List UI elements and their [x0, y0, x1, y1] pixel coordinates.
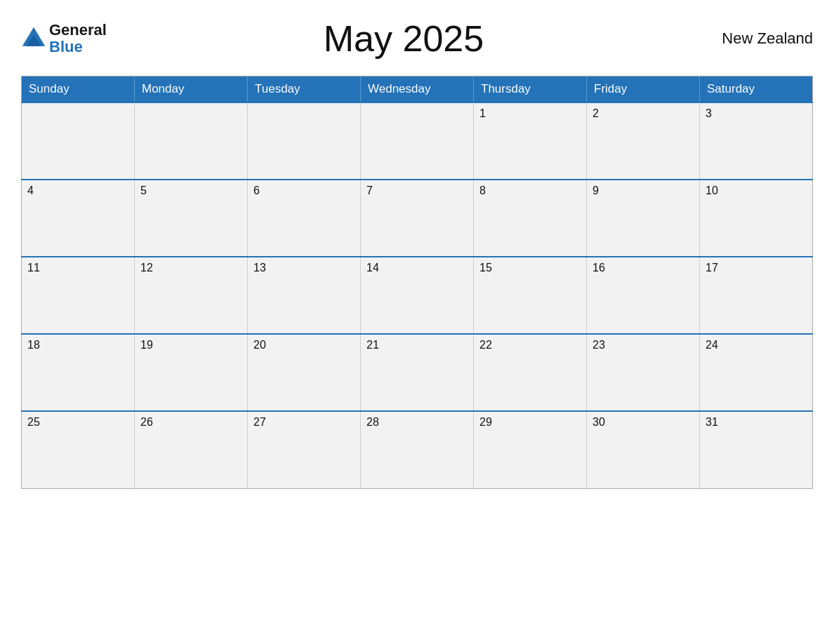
- day-number: 9: [593, 185, 694, 197]
- day-number: 10: [706, 185, 807, 197]
- day-number: 12: [140, 262, 241, 274]
- calendar-cell: 22: [474, 334, 587, 411]
- calendar-cell: 10: [700, 180, 813, 257]
- day-number: 23: [593, 339, 694, 351]
- day-header-thursday: Thursday: [474, 76, 587, 103]
- calendar-cell: 18: [22, 334, 135, 411]
- calendar-cell: [135, 102, 248, 180]
- calendar-cell: 15: [474, 257, 587, 334]
- calendar-week-row: 123: [22, 102, 813, 180]
- calendar-cell: 4: [22, 180, 135, 257]
- day-header-friday: Friday: [587, 76, 700, 103]
- day-number: 19: [140, 339, 241, 351]
- day-number: 3: [706, 107, 807, 120]
- calendar-cell: 7: [361, 180, 474, 257]
- calendar-cell: 14: [361, 257, 474, 334]
- logo: General Blue: [21, 22, 107, 55]
- calendar-cell: 6: [248, 180, 361, 257]
- day-header-wednesday: Wednesday: [361, 76, 474, 103]
- calendar-cell: 3: [700, 102, 813, 180]
- day-number: 1: [479, 107, 581, 120]
- day-number: 13: [253, 262, 355, 274]
- calendar-cell: 24: [700, 334, 813, 411]
- country-label: New Zealand: [701, 29, 813, 48]
- calendar-week-row: 25262728293031: [22, 411, 813, 488]
- calendar-cell: 30: [587, 411, 700, 488]
- calendar-cell: [361, 102, 474, 180]
- month-title: May 2025: [107, 18, 701, 60]
- day-number: 17: [706, 262, 807, 274]
- day-number: 5: [140, 185, 241, 197]
- calendar-cell: 20: [248, 334, 361, 411]
- calendar-cell: 23: [587, 334, 700, 411]
- day-number: 15: [479, 262, 581, 274]
- calendar-cell: 1: [474, 102, 587, 180]
- calendar-cell: 12: [135, 257, 248, 334]
- calendar-week-row: 11121314151617: [22, 257, 813, 334]
- day-number: 18: [27, 339, 128, 351]
- day-number: 20: [253, 339, 355, 351]
- calendar-body: 1234567891011121314151617181920212223242…: [22, 102, 813, 488]
- calendar-cell: 21: [361, 334, 474, 411]
- logo-blue-text: Blue: [49, 39, 107, 55]
- day-header-monday: Monday: [135, 76, 248, 103]
- day-number: 21: [366, 339, 468, 351]
- day-number: 14: [366, 262, 468, 274]
- calendar-cell: 9: [587, 180, 700, 257]
- day-header-saturday: Saturday: [700, 76, 813, 103]
- day-number: 27: [253, 416, 355, 429]
- day-number: 25: [27, 416, 128, 429]
- calendar-cell: 25: [22, 411, 135, 488]
- day-number: 31: [706, 416, 807, 429]
- day-number: 26: [140, 416, 241, 429]
- day-number: 7: [366, 185, 468, 197]
- calendar-cell: 11: [22, 257, 135, 334]
- calendar-week-row: 18192021222324: [22, 334, 813, 411]
- calendar-header-row: SundayMondayTuesdayWednesdayThursdayFrid…: [22, 76, 813, 103]
- logo-icon: [21, 26, 46, 51]
- day-number: 30: [593, 416, 694, 429]
- calendar-cell: 2: [587, 102, 700, 180]
- day-number: 6: [253, 185, 355, 197]
- calendar-cell: 16: [587, 257, 700, 334]
- day-header-sunday: Sunday: [22, 76, 135, 103]
- calendar-cell: 8: [474, 180, 587, 257]
- day-number: 16: [593, 262, 694, 274]
- day-number: 2: [593, 107, 694, 120]
- logo-general-text: General: [49, 22, 107, 39]
- calendar-cell: [248, 102, 361, 180]
- calendar-cell: 26: [135, 411, 248, 488]
- calendar-cell: 29: [474, 411, 587, 488]
- calendar-table: SundayMondayTuesdayWednesdayThursdayFrid…: [21, 76, 813, 489]
- calendar-cell: 28: [361, 411, 474, 488]
- day-number: 29: [479, 416, 581, 429]
- day-number: 28: [366, 416, 468, 429]
- day-number: 11: [27, 262, 128, 274]
- calendar-cell: 27: [248, 411, 361, 488]
- calendar-week-row: 45678910: [22, 180, 813, 257]
- day-number: 8: [479, 185, 581, 197]
- calendar-cell: 17: [700, 257, 813, 334]
- logo-text: General Blue: [49, 22, 107, 55]
- day-number: 4: [27, 185, 128, 197]
- day-number: 24: [706, 339, 807, 351]
- calendar-cell: 13: [248, 257, 361, 334]
- day-header-tuesday: Tuesday: [248, 76, 361, 103]
- day-number: 22: [479, 339, 581, 351]
- page-header: General Blue May 2025 New Zealand: [21, 14, 813, 63]
- calendar-cell: 5: [135, 180, 248, 257]
- calendar-cell: [22, 102, 135, 180]
- calendar-cell: 19: [135, 334, 248, 411]
- calendar-cell: 31: [700, 411, 813, 488]
